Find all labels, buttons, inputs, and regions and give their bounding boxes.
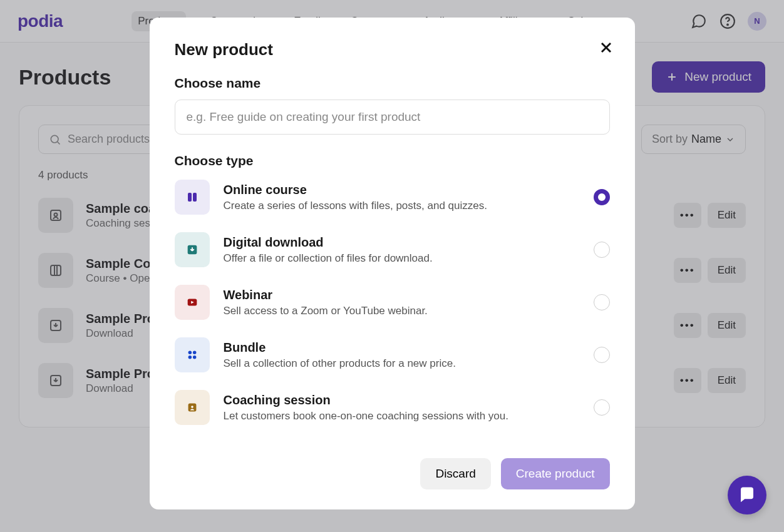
bundle-icon bbox=[175, 337, 210, 372]
type-label: Choose type bbox=[175, 153, 610, 168]
coaching-icon bbox=[175, 390, 210, 425]
type-desc: Sell access to a Zoom or YouTube webinar… bbox=[224, 305, 580, 317]
type-radio[interactable] bbox=[594, 294, 610, 310]
create-product-button[interactable]: Create product bbox=[501, 458, 610, 489]
type-desc: Sell a collection of other products for … bbox=[224, 357, 580, 370]
type-title: Bundle bbox=[224, 340, 580, 355]
discard-button[interactable]: Discard bbox=[420, 458, 490, 489]
type-radio[interactable] bbox=[594, 347, 610, 363]
close-button[interactable] bbox=[597, 39, 615, 56]
type-webinar[interactable]: Webinar Sell access to a Zoom or YouTube… bbox=[175, 285, 610, 320]
svg-point-13 bbox=[192, 351, 196, 355]
course-icon bbox=[175, 180, 210, 215]
chat-launcher[interactable] bbox=[728, 476, 766, 514]
type-desc: Let customers book one-on-one coaching s… bbox=[224, 410, 580, 422]
svg-rect-8 bbox=[188, 193, 192, 202]
type-online-course[interactable]: Online course Create a series of lessons… bbox=[175, 180, 610, 215]
product-name-input[interactable] bbox=[175, 100, 610, 135]
webinar-icon bbox=[175, 285, 210, 320]
svg-point-15 bbox=[192, 356, 196, 359]
type-title: Coaching session bbox=[224, 393, 580, 407]
chat-icon bbox=[738, 486, 756, 504]
type-digital-download[interactable]: Digital download Offer a file or collect… bbox=[175, 232, 610, 267]
svg-point-14 bbox=[188, 356, 192, 359]
type-radio[interactable] bbox=[594, 189, 610, 205]
type-coaching[interactable]: Coaching session Let customers book one-… bbox=[175, 390, 610, 425]
type-title: Online course bbox=[224, 183, 580, 197]
type-desc: Offer a file or collection of files for … bbox=[224, 252, 580, 265]
svg-point-12 bbox=[188, 351, 192, 355]
modal-title: New product bbox=[175, 40, 610, 59]
svg-point-17 bbox=[191, 406, 193, 408]
modal-overlay: New product Choose name Choose type Onli… bbox=[0, 0, 784, 532]
type-title: Webinar bbox=[224, 288, 580, 302]
name-label: Choose name bbox=[175, 76, 610, 91]
new-product-modal: New product Choose name Choose type Onli… bbox=[150, 18, 635, 509]
type-title: Digital download bbox=[224, 235, 580, 250]
svg-rect-9 bbox=[193, 193, 197, 202]
type-bundle[interactable]: Bundle Sell a collection of other produc… bbox=[175, 337, 610, 372]
download-icon bbox=[175, 232, 210, 267]
type-radio[interactable] bbox=[594, 399, 610, 416]
type-desc: Create a series of lessons with files, p… bbox=[224, 200, 580, 212]
type-radio[interactable] bbox=[594, 242, 610, 258]
